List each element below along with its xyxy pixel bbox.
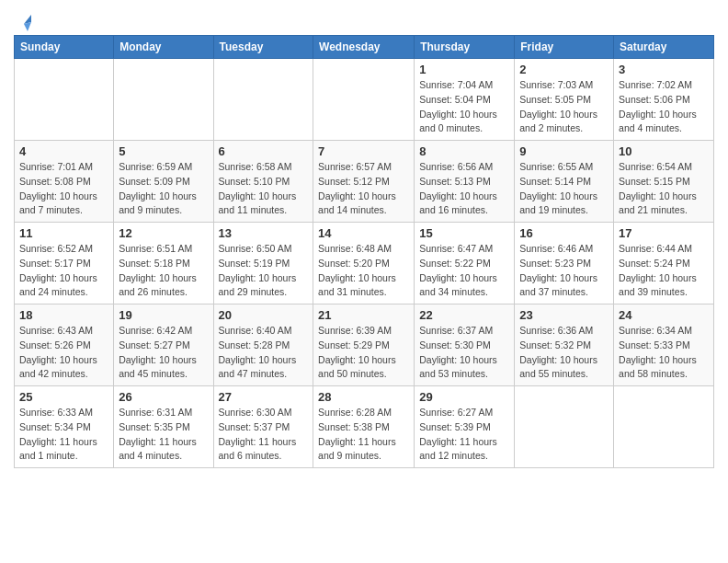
day-cell: 19Sunrise: 6:42 AMSunset: 5:27 PMDayligh… [114,304,213,386]
day-number: 10 [619,144,709,158]
day-cell: 21Sunrise: 6:39 AMSunset: 5:29 PMDayligh… [313,304,415,386]
day-info: Sunrise: 6:51 AMSunset: 5:18 PMDaylight:… [119,242,208,300]
day-cell: 17Sunrise: 6:44 AMSunset: 5:24 PMDayligh… [614,223,714,304]
day-info: Sunrise: 7:02 AMSunset: 5:06 PMDaylight:… [619,78,709,136]
day-cell [614,386,714,468]
day-cell [313,59,415,141]
logo-bird-icon [15,15,31,31]
day-cell [15,59,114,141]
day-cell: 10Sunrise: 6:54 AMSunset: 5:15 PMDayligh… [614,141,714,223]
day-cell: 6Sunrise: 6:58 AMSunset: 5:10 PMDaylight… [213,141,313,223]
day-cell: 29Sunrise: 6:27 AMSunset: 5:39 PMDayligh… [415,386,515,468]
day-cell: 5Sunrise: 6:59 AMSunset: 5:09 PMDaylight… [114,141,213,223]
day-cell: 26Sunrise: 6:31 AMSunset: 5:35 PMDayligh… [114,386,213,468]
day-info: Sunrise: 6:34 AMSunset: 5:33 PMDaylight:… [619,324,709,382]
day-cell: 4Sunrise: 7:01 AMSunset: 5:08 PMDaylight… [15,141,114,223]
day-cell: 28Sunrise: 6:28 AMSunset: 5:38 PMDayligh… [313,386,415,468]
day-header-monday: Monday [114,36,213,59]
day-cell: 22Sunrise: 6:37 AMSunset: 5:30 PMDayligh… [415,304,515,386]
week-row-2: 4Sunrise: 7:01 AMSunset: 5:08 PMDaylight… [15,141,714,223]
day-number: 22 [419,308,509,322]
day-number: 25 [19,390,108,404]
week-row-1: 1Sunrise: 7:04 AMSunset: 5:04 PMDaylight… [15,59,714,141]
day-cell: 9Sunrise: 6:55 AMSunset: 5:14 PMDaylight… [515,141,614,223]
day-header-thursday: Thursday [415,36,515,59]
day-info: Sunrise: 6:48 AMSunset: 5:20 PMDaylight:… [318,242,409,300]
day-number: 9 [519,144,609,158]
day-number: 8 [419,144,509,158]
day-info: Sunrise: 6:31 AMSunset: 5:35 PMDaylight:… [119,406,208,464]
day-cell [114,59,213,141]
day-cell: 15Sunrise: 6:47 AMSunset: 5:22 PMDayligh… [415,223,515,304]
day-cell: 13Sunrise: 6:50 AMSunset: 5:19 PMDayligh… [213,223,313,304]
day-number: 23 [519,308,609,322]
day-info: Sunrise: 6:39 AMSunset: 5:29 PMDaylight:… [318,324,409,382]
day-cell: 8Sunrise: 6:56 AMSunset: 5:13 PMDaylight… [415,141,515,223]
day-info: Sunrise: 6:55 AMSunset: 5:14 PMDaylight:… [519,160,609,218]
day-number: 24 [619,308,709,322]
day-info: Sunrise: 6:40 AMSunset: 5:28 PMDaylight:… [219,324,309,382]
week-row-3: 11Sunrise: 6:52 AMSunset: 5:17 PMDayligh… [15,223,714,304]
day-info: Sunrise: 6:52 AMSunset: 5:17 PMDaylight:… [19,242,108,300]
day-number: 11 [19,226,108,240]
day-cell: 7Sunrise: 6:57 AMSunset: 5:12 PMDaylight… [313,141,415,223]
day-number: 27 [219,390,309,404]
day-cell: 11Sunrise: 6:52 AMSunset: 5:17 PMDayligh… [15,223,114,304]
day-number: 14 [318,226,409,240]
day-header-saturday: Saturday [614,36,714,59]
day-info: Sunrise: 6:44 AMSunset: 5:24 PMDaylight:… [619,242,709,300]
day-number: 6 [219,144,309,158]
day-info: Sunrise: 6:33 AMSunset: 5:34 PMDaylight:… [19,406,108,464]
day-cell [213,59,313,141]
day-cell: 16Sunrise: 6:46 AMSunset: 5:23 PMDayligh… [515,223,614,304]
week-row-5: 25Sunrise: 6:33 AMSunset: 5:34 PMDayligh… [15,386,714,468]
day-info: Sunrise: 6:57 AMSunset: 5:12 PMDaylight:… [318,160,409,218]
day-info: Sunrise: 6:58 AMSunset: 5:10 PMDaylight:… [219,160,309,218]
day-number: 17 [619,226,709,240]
day-info: Sunrise: 6:50 AMSunset: 5:19 PMDaylight:… [219,242,309,300]
day-info: Sunrise: 6:27 AMSunset: 5:39 PMDaylight:… [419,406,509,464]
day-number: 4 [19,144,108,158]
day-number: 18 [19,308,108,322]
day-cell: 12Sunrise: 6:51 AMSunset: 5:18 PMDayligh… [114,223,213,304]
day-cell [515,386,614,468]
day-info: Sunrise: 7:03 AMSunset: 5:05 PMDaylight:… [519,78,609,136]
day-number: 13 [219,226,309,240]
day-info: Sunrise: 6:59 AMSunset: 5:09 PMDaylight:… [119,160,208,218]
day-number: 28 [318,390,409,404]
day-header-sunday: Sunday [15,36,114,59]
logo [14,15,31,28]
day-info: Sunrise: 6:54 AMSunset: 5:15 PMDaylight:… [619,160,709,218]
day-info: Sunrise: 6:43 AMSunset: 5:26 PMDaylight:… [19,324,108,382]
day-cell: 3Sunrise: 7:02 AMSunset: 5:06 PMDaylight… [614,59,714,141]
day-number: 15 [419,226,509,240]
day-cell: 24Sunrise: 6:34 AMSunset: 5:33 PMDayligh… [614,304,714,386]
day-number: 20 [219,308,309,322]
day-number: 12 [119,226,208,240]
day-number: 2 [519,63,609,76]
day-info: Sunrise: 6:30 AMSunset: 5:37 PMDaylight:… [219,406,309,464]
day-info: Sunrise: 6:28 AMSunset: 5:38 PMDaylight:… [318,406,409,464]
day-header-tuesday: Tuesday [213,36,313,59]
day-number: 29 [419,390,509,404]
day-number: 21 [318,308,409,322]
day-number: 7 [318,144,409,158]
day-info: Sunrise: 6:37 AMSunset: 5:30 PMDaylight:… [419,324,509,382]
calendar-table: SundayMondayTuesdayWednesdayThursdayFrid… [14,35,714,468]
day-header-wednesday: Wednesday [313,36,415,59]
day-info: Sunrise: 7:04 AMSunset: 5:04 PMDaylight:… [419,78,509,136]
day-header-friday: Friday [515,36,614,59]
day-number: 19 [119,308,208,322]
day-number: 3 [619,63,709,76]
day-cell: 1Sunrise: 7:04 AMSunset: 5:04 PMDaylight… [415,59,515,141]
header [14,9,714,28]
day-info: Sunrise: 7:01 AMSunset: 5:08 PMDaylight:… [19,160,108,218]
day-number: 5 [119,144,208,158]
day-cell: 20Sunrise: 6:40 AMSunset: 5:28 PMDayligh… [213,304,313,386]
day-cell: 18Sunrise: 6:43 AMSunset: 5:26 PMDayligh… [15,304,114,386]
day-info: Sunrise: 6:36 AMSunset: 5:32 PMDaylight:… [519,324,609,382]
day-info: Sunrise: 6:46 AMSunset: 5:23 PMDaylight:… [519,242,609,300]
day-info: Sunrise: 6:56 AMSunset: 5:13 PMDaylight:… [419,160,509,218]
day-cell: 2Sunrise: 7:03 AMSunset: 5:05 PMDaylight… [515,59,614,141]
day-cell: 23Sunrise: 6:36 AMSunset: 5:32 PMDayligh… [515,304,614,386]
